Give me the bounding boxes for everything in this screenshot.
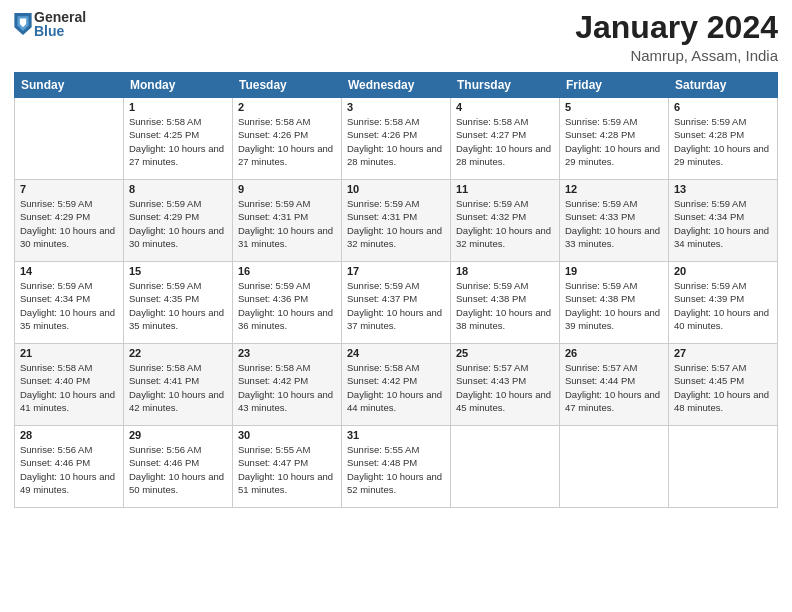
page: General Blue January 2024 Namrup, Assam,…: [0, 0, 792, 612]
col-tuesday: Tuesday: [233, 73, 342, 98]
table-row: 11Sunrise: 5:59 AMSunset: 4:32 PMDayligh…: [451, 180, 560, 262]
day-number: 9: [238, 183, 336, 195]
day-info: Sunrise: 5:55 AMSunset: 4:48 PMDaylight:…: [347, 443, 445, 496]
logo-general: General: [34, 10, 86, 24]
day-info: Sunrise: 5:59 AMSunset: 4:38 PMDaylight:…: [456, 279, 554, 332]
logo-blue: Blue: [34, 24, 86, 38]
day-number: 27: [674, 347, 772, 359]
day-number: 8: [129, 183, 227, 195]
day-info: Sunrise: 5:58 AMSunset: 4:42 PMDaylight:…: [238, 361, 336, 414]
day-info: Sunrise: 5:59 AMSunset: 4:34 PMDaylight:…: [674, 197, 772, 250]
day-number: 21: [20, 347, 118, 359]
table-row: 1Sunrise: 5:58 AMSunset: 4:25 PMDaylight…: [124, 98, 233, 180]
day-info: Sunrise: 5:59 AMSunset: 4:37 PMDaylight:…: [347, 279, 445, 332]
day-info: Sunrise: 5:59 AMSunset: 4:31 PMDaylight:…: [347, 197, 445, 250]
day-info: Sunrise: 5:57 AMSunset: 4:44 PMDaylight:…: [565, 361, 663, 414]
table-row: 26Sunrise: 5:57 AMSunset: 4:44 PMDayligh…: [560, 344, 669, 426]
logo-icon: [14, 13, 32, 35]
day-number: 14: [20, 265, 118, 277]
calendar-table: Sunday Monday Tuesday Wednesday Thursday…: [14, 72, 778, 508]
day-info: Sunrise: 5:58 AMSunset: 4:25 PMDaylight:…: [129, 115, 227, 168]
day-info: Sunrise: 5:57 AMSunset: 4:43 PMDaylight:…: [456, 361, 554, 414]
col-monday: Monday: [124, 73, 233, 98]
day-number: 3: [347, 101, 445, 113]
day-info: Sunrise: 5:58 AMSunset: 4:26 PMDaylight:…: [347, 115, 445, 168]
day-info: Sunrise: 5:59 AMSunset: 4:28 PMDaylight:…: [565, 115, 663, 168]
col-sunday: Sunday: [15, 73, 124, 98]
day-number: 26: [565, 347, 663, 359]
calendar-week-2: 14Sunrise: 5:59 AMSunset: 4:34 PMDayligh…: [15, 262, 778, 344]
day-number: 5: [565, 101, 663, 113]
day-number: 30: [238, 429, 336, 441]
title-block: January 2024 Namrup, Assam, India: [575, 10, 778, 64]
table-row: 21Sunrise: 5:58 AMSunset: 4:40 PMDayligh…: [15, 344, 124, 426]
day-info: Sunrise: 5:58 AMSunset: 4:42 PMDaylight:…: [347, 361, 445, 414]
table-row: 8Sunrise: 5:59 AMSunset: 4:29 PMDaylight…: [124, 180, 233, 262]
day-number: 20: [674, 265, 772, 277]
day-number: 7: [20, 183, 118, 195]
day-number: 28: [20, 429, 118, 441]
day-number: 18: [456, 265, 554, 277]
day-info: Sunrise: 5:58 AMSunset: 4:40 PMDaylight:…: [20, 361, 118, 414]
table-row: [669, 426, 778, 508]
calendar-week-4: 28Sunrise: 5:56 AMSunset: 4:46 PMDayligh…: [15, 426, 778, 508]
calendar-week-1: 7Sunrise: 5:59 AMSunset: 4:29 PMDaylight…: [15, 180, 778, 262]
table-row: 22Sunrise: 5:58 AMSunset: 4:41 PMDayligh…: [124, 344, 233, 426]
table-row: 27Sunrise: 5:57 AMSunset: 4:45 PMDayligh…: [669, 344, 778, 426]
table-row: 3Sunrise: 5:58 AMSunset: 4:26 PMDaylight…: [342, 98, 451, 180]
table-row: 14Sunrise: 5:59 AMSunset: 4:34 PMDayligh…: [15, 262, 124, 344]
day-info: Sunrise: 5:58 AMSunset: 4:41 PMDaylight:…: [129, 361, 227, 414]
col-wednesday: Wednesday: [342, 73, 451, 98]
day-info: Sunrise: 5:59 AMSunset: 4:34 PMDaylight:…: [20, 279, 118, 332]
table-row: 7Sunrise: 5:59 AMSunset: 4:29 PMDaylight…: [15, 180, 124, 262]
table-row: [15, 98, 124, 180]
day-number: 10: [347, 183, 445, 195]
table-row: 15Sunrise: 5:59 AMSunset: 4:35 PMDayligh…: [124, 262, 233, 344]
header: General Blue January 2024 Namrup, Assam,…: [14, 10, 778, 64]
table-row: 6Sunrise: 5:59 AMSunset: 4:28 PMDaylight…: [669, 98, 778, 180]
day-info: Sunrise: 5:59 AMSunset: 4:33 PMDaylight:…: [565, 197, 663, 250]
location-title: Namrup, Assam, India: [575, 47, 778, 64]
day-number: 22: [129, 347, 227, 359]
table-row: 20Sunrise: 5:59 AMSunset: 4:39 PMDayligh…: [669, 262, 778, 344]
table-row: 24Sunrise: 5:58 AMSunset: 4:42 PMDayligh…: [342, 344, 451, 426]
table-row: 12Sunrise: 5:59 AMSunset: 4:33 PMDayligh…: [560, 180, 669, 262]
table-row: 25Sunrise: 5:57 AMSunset: 4:43 PMDayligh…: [451, 344, 560, 426]
col-friday: Friday: [560, 73, 669, 98]
day-info: Sunrise: 5:59 AMSunset: 4:31 PMDaylight:…: [238, 197, 336, 250]
day-number: 13: [674, 183, 772, 195]
table-row: 5Sunrise: 5:59 AMSunset: 4:28 PMDaylight…: [560, 98, 669, 180]
day-number: 23: [238, 347, 336, 359]
day-info: Sunrise: 5:58 AMSunset: 4:27 PMDaylight:…: [456, 115, 554, 168]
table-row: 10Sunrise: 5:59 AMSunset: 4:31 PMDayligh…: [342, 180, 451, 262]
day-info: Sunrise: 5:59 AMSunset: 4:29 PMDaylight:…: [20, 197, 118, 250]
day-number: 4: [456, 101, 554, 113]
table-row: 2Sunrise: 5:58 AMSunset: 4:26 PMDaylight…: [233, 98, 342, 180]
table-row: [451, 426, 560, 508]
day-number: 15: [129, 265, 227, 277]
logo-text: General Blue: [34, 10, 86, 38]
table-row: [560, 426, 669, 508]
day-info: Sunrise: 5:59 AMSunset: 4:28 PMDaylight:…: [674, 115, 772, 168]
day-info: Sunrise: 5:55 AMSunset: 4:47 PMDaylight:…: [238, 443, 336, 496]
day-number: 11: [456, 183, 554, 195]
day-info: Sunrise: 5:57 AMSunset: 4:45 PMDaylight:…: [674, 361, 772, 414]
day-number: 16: [238, 265, 336, 277]
table-row: 23Sunrise: 5:58 AMSunset: 4:42 PMDayligh…: [233, 344, 342, 426]
table-row: 16Sunrise: 5:59 AMSunset: 4:36 PMDayligh…: [233, 262, 342, 344]
day-info: Sunrise: 5:56 AMSunset: 4:46 PMDaylight:…: [129, 443, 227, 496]
day-number: 29: [129, 429, 227, 441]
day-number: 25: [456, 347, 554, 359]
day-info: Sunrise: 5:59 AMSunset: 4:36 PMDaylight:…: [238, 279, 336, 332]
calendar-week-0: 1Sunrise: 5:58 AMSunset: 4:25 PMDaylight…: [15, 98, 778, 180]
calendar-body: 1Sunrise: 5:58 AMSunset: 4:25 PMDaylight…: [15, 98, 778, 508]
day-number: 24: [347, 347, 445, 359]
col-saturday: Saturday: [669, 73, 778, 98]
day-number: 1: [129, 101, 227, 113]
day-info: Sunrise: 5:59 AMSunset: 4:35 PMDaylight:…: [129, 279, 227, 332]
table-row: 18Sunrise: 5:59 AMSunset: 4:38 PMDayligh…: [451, 262, 560, 344]
table-row: 9Sunrise: 5:59 AMSunset: 4:31 PMDaylight…: [233, 180, 342, 262]
table-row: 29Sunrise: 5:56 AMSunset: 4:46 PMDayligh…: [124, 426, 233, 508]
table-row: 4Sunrise: 5:58 AMSunset: 4:27 PMDaylight…: [451, 98, 560, 180]
day-number: 2: [238, 101, 336, 113]
